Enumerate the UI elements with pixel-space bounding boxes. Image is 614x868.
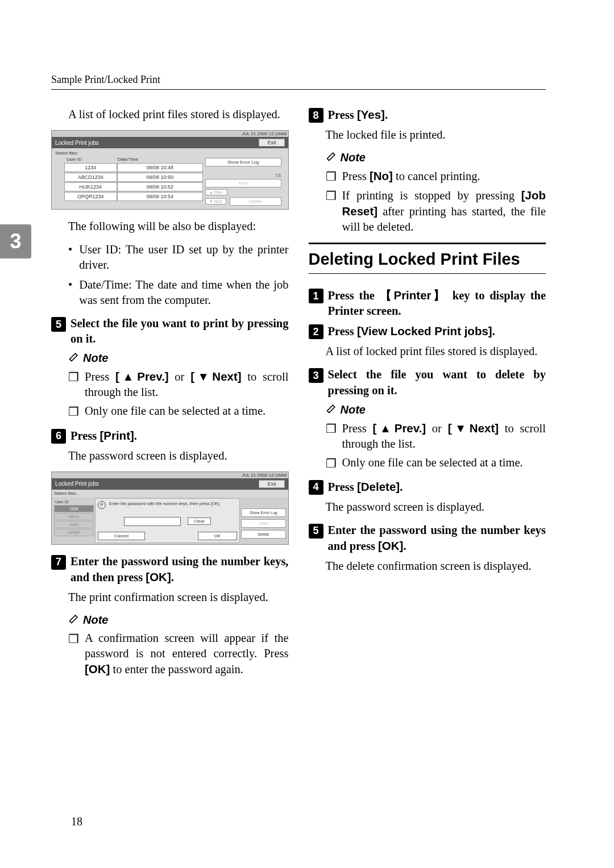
password-hint: Enter the password with the number keys,… [109, 501, 221, 509]
col-user-id: User ID [67, 157, 118, 162]
cell-user: 1234 [64, 163, 117, 172]
body-text: A list of locked print files stored is d… [68, 107, 289, 122]
lock-icon: P [98, 501, 106, 509]
col-user-id: User ID [54, 499, 94, 504]
step-text: Select the file you want to delete by pr… [328, 367, 546, 398]
note-text: Only one file can be selected at a time. [342, 455, 546, 471]
step-3: 3 Select the file you want to delete by … [309, 367, 546, 398]
note-text: If printing is stopped by pressing [Job … [342, 187, 546, 235]
step-number-icon: 5 [51, 317, 66, 332]
delete-button[interactable]: Delete [230, 197, 281, 206]
pencil-icon [68, 351, 80, 365]
pencil-icon [68, 613, 80, 627]
cancel-button[interactable]: Cancel [98, 532, 145, 540]
step-text: Enter the password using the number keys… [70, 554, 289, 585]
file-table: User ID Date/Time 123408/08 10:48 ABCD12… [64, 157, 203, 206]
body-text: The delete confirmation screen is displa… [326, 558, 546, 574]
password-input[interactable] [124, 517, 181, 526]
ss-datetime: JUL 21.2000 12:18AM [242, 473, 287, 478]
list-item[interactable]: 1234 [54, 505, 94, 512]
left-column: A list of locked print files stored is d… [51, 107, 289, 685]
body-text: The password screen is displayed. [326, 499, 546, 515]
step-text: Select the file you want to print by pre… [70, 316, 289, 347]
step-text: Press [Delete]. [328, 479, 546, 495]
show-error-log-button[interactable]: Show Error Log [241, 508, 285, 517]
body-text: The locked file is printed. [326, 127, 546, 143]
screenshot-locked-print-list: JUL 21.2000 12:18AM Locked Print jobs Ex… [51, 130, 289, 210]
body-text: The password screen is displayed. [68, 448, 289, 464]
pencil-icon [326, 151, 337, 165]
exit-button[interactable]: Exit [259, 480, 284, 488]
exit-button[interactable]: Exit [259, 139, 284, 147]
ss-title: Locked Print jobs [55, 140, 99, 146]
body-text: The print confirmation screen is display… [68, 590, 289, 605]
step-number-icon: 2 [309, 324, 323, 339]
square-bullet-icon: ❒ [68, 631, 79, 677]
running-header: Sample Print/Locked Print [51, 74, 546, 90]
square-bullet-icon: ❒ [68, 404, 79, 419]
print-button[interactable]: Print [241, 519, 285, 528]
bullet-text: User ID: The user ID set up by the print… [79, 242, 288, 273]
note-text: Press [▲Prev.] or [▼Next] to scroll thro… [342, 420, 546, 452]
step-number-icon: 1 [309, 289, 323, 303]
ss-hint: Select files. [53, 149, 287, 157]
step-number-icon: 8 [309, 108, 323, 123]
col-date-time: Date/Time [118, 157, 201, 162]
table-row[interactable]: HIJK123408/08 10:52 [64, 182, 203, 191]
list-item[interactable]: HIJK [54, 521, 94, 528]
step-8: 8 Press [Yes]. [309, 107, 546, 123]
note-label: Note [341, 403, 366, 416]
step-number-icon: 3 [309, 368, 323, 383]
note-text: A confirmation screen will appear if the… [85, 631, 289, 677]
next-button[interactable]: ▼ Next [205, 198, 226, 205]
square-bullet-icon: ❒ [326, 456, 337, 471]
page-number: 18 [71, 815, 82, 828]
cell-user: OPQR1234 [64, 192, 117, 201]
cell-user: ABCD1234 [64, 173, 117, 182]
ok-button[interactable]: OK [198, 532, 238, 540]
show-error-log-button[interactable]: Show Error Log [205, 158, 281, 166]
step-number-icon: 7 [51, 555, 66, 570]
step-2: 2 Press [View Locked Print jobs]. [309, 323, 546, 339]
step-6: 6 Press [Print]. [51, 428, 289, 444]
note-label: Note [341, 151, 366, 164]
clear-button[interactable]: Clear [188, 518, 211, 525]
note-text: Press [No] to cancel printing. [342, 168, 546, 184]
cell-user: HIJK1234 [64, 182, 117, 191]
cell-date: 08/08 10:52 [117, 182, 203, 191]
step-number-icon: 4 [309, 480, 323, 495]
right-column: 8 Press [Yes]. The locked file is printe… [309, 107, 546, 685]
step-text: Enter the password using the number keys… [328, 523, 546, 554]
cell-date: 08/08 10:54 [117, 192, 203, 201]
page-counter: 1/1 [276, 173, 281, 177]
note-label: Note [83, 614, 108, 627]
print-button[interactable]: Print [205, 179, 281, 187]
step-5b: 5 Enter the password using the number ke… [309, 523, 546, 554]
delete-button[interactable]: Delete [241, 530, 285, 539]
step-7: 7 Enter the password using the number ke… [51, 554, 289, 585]
step-4: 4 Press [Delete]. [309, 479, 546, 495]
step-number-icon: 6 [51, 429, 66, 444]
cell-date: 08/08 10:50 [117, 173, 203, 182]
step-text: Press [Print]. [70, 428, 289, 444]
screenshot-password-entry: JUL 21.2000 12:18AM Locked Print jobs Ex… [51, 471, 289, 545]
table-row[interactable]: ABCD123408/08 10:50 [64, 173, 203, 182]
body-text: A list of locked print files stored is d… [326, 344, 546, 359]
note-label: Note [83, 352, 108, 365]
pencil-icon [326, 403, 337, 417]
square-bullet-icon: ❒ [326, 169, 337, 184]
table-row[interactable]: 123408/08 10:48 [64, 163, 203, 172]
step-text: Press [Yes]. [328, 107, 546, 123]
ss-file-list: User ID 1234 ABCD HIJK OPQR [53, 498, 95, 543]
table-row[interactable]: OPQR123408/08 10:54 [64, 192, 203, 201]
ss-datetime: JUL 21.2000 12:18AM [242, 131, 287, 136]
list-item[interactable]: ABCD [54, 513, 94, 520]
square-bullet-icon: ❒ [326, 421, 337, 452]
note-text: Press [▲Prev.] or [▼Next] to scroll thro… [85, 369, 289, 400]
square-bullet-icon: ❒ [326, 188, 337, 235]
list-item[interactable]: OPQR [54, 529, 94, 536]
prev-button[interactable]: ▲ Prev. [205, 189, 227, 195]
heading-deleting-locked: Deleting Locked Print Files [309, 243, 546, 274]
page-container: Sample Print/Locked Print A list of lock… [0, 0, 614, 731]
ss-title: Locked Print jobs [55, 481, 99, 487]
